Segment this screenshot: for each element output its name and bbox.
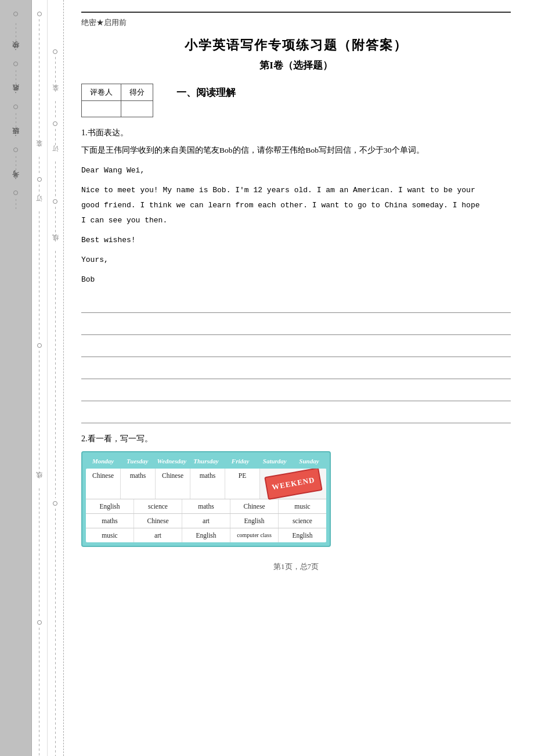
cell-r1-tue: maths [121, 469, 156, 499]
weekend-cell: WEEKEND [260, 469, 326, 499]
score-table-cell-1 [82, 101, 121, 117]
dash [16, 23, 16, 25]
cell-r4-tue: art [134, 528, 182, 542]
schedule-header-row: Monday Tuesday Wednesday Thursday Friday… [86, 456, 326, 466]
write-line-4 [81, 361, 511, 379]
circle-outer-1 [37, 12, 42, 16]
dashed-inner-5 [55, 207, 56, 242]
circle-decoration-2 [13, 62, 18, 66]
dashed-inner-4 [55, 161, 56, 196]
cell-r4-fri: English [279, 528, 326, 542]
dashed-line-7 [39, 628, 39, 756]
left-label-school: 学校： [11, 47, 21, 54]
page-wrapper: 学校： 姓名： 班级： [0, 0, 534, 756]
left-label-student-id: 考号： [11, 176, 21, 183]
cell-r3-tue: Chinese [134, 514, 182, 528]
header-tuesday: Tuesday [120, 456, 154, 466]
dashed-line-4 [39, 211, 39, 340]
cell-r2-tue: science [134, 499, 182, 513]
cell-r2-mon: English [86, 499, 134, 513]
q1-desc: 下面是王伟同学收到的来自美国的笔友Bob的信，请你帮王伟给Bob写封回信，不少于… [81, 144, 511, 157]
left-gray-area: 学校： 姓名： 班级： [0, 0, 32, 756]
schedule-row-1: Chinese maths Chinese maths PE WEEKEND [86, 469, 326, 499]
cell-r2-fri: music [279, 499, 326, 513]
cell-r3-wed: art [182, 514, 230, 528]
write-line-1 [81, 294, 511, 313]
cell-r4-thu: computer class [230, 528, 279, 542]
schedule-row-4: music art English computer class English [86, 528, 326, 542]
write-line-2 [81, 316, 511, 335]
cell-r3-mon: maths [86, 514, 134, 528]
cell-r4-mon: music [86, 528, 134, 542]
circle-outer-4 [37, 620, 42, 625]
header-friday: Friday [223, 456, 258, 466]
dashed-inner-3 [55, 129, 56, 152]
weekend-stamp: WEEKEND [264, 469, 322, 500]
letter-body: Nice to meet you! My name is Bob. I'm 12… [81, 183, 511, 228]
schedule-body: Chinese maths Chinese maths PE WEEKEND E… [86, 469, 326, 542]
q1-label: 1.书面表达。 [81, 128, 511, 138]
dashed-line-6 [39, 488, 39, 617]
header-wednesday: Wednesday [154, 456, 189, 466]
circle-outer-2 [37, 177, 42, 182]
letter-salutation: Dear Wang Wei, [81, 163, 511, 178]
cell-r1-mon: Chinese [86, 469, 121, 499]
circle-decoration-5 [13, 190, 18, 195]
cell-r3-thu: English [230, 514, 279, 528]
dash [16, 35, 16, 37]
cell-r3-fri: science [279, 514, 326, 528]
header-monday: Monday [86, 456, 120, 466]
cell-r1-thu: maths [190, 469, 225, 499]
schedule-row-2: English science maths Chinese music [86, 499, 326, 514]
dash [16, 39, 16, 41]
dashed-inner-7 [55, 509, 56, 756]
dashed-inner-2 [55, 101, 56, 118]
header-thursday: Thursday [189, 456, 223, 466]
dashed-inner-6 [55, 251, 56, 498]
write-lines-area [81, 294, 511, 423]
header-sunday: Sunday [292, 456, 326, 466]
score-table-cell-2 [121, 101, 153, 117]
header-saturday: Saturday [258, 456, 292, 466]
circle-outer-3 [37, 343, 42, 348]
score-table-header-2: 得分 [121, 84, 153, 101]
main-content: 绝密★启用前 小学英语写作专项练习题（附答案） 第I卷（选择题） 评卷人 得分 … [64, 0, 534, 756]
section1-title: 一、阅读理解 [176, 86, 236, 99]
dashed-line-2 [39, 157, 39, 174]
page-footer: 第1页，总7页 [81, 561, 511, 572]
dashed-line-1 [39, 19, 39, 147]
main-title: 小学英语写作专项练习题（附答案） [81, 37, 511, 54]
dash [16, 27, 16, 29]
letter-wishes: Best wishes! [81, 233, 511, 248]
left-label-name: 姓名： [11, 90, 21, 97]
letter-signature: Bob [81, 272, 511, 287]
schedule-container: Monday Tuesday Wednesday Thursday Friday… [81, 451, 331, 547]
dashed-inner-1 [55, 57, 56, 92]
q2-label: 2.看一看，写一写。 [81, 434, 511, 444]
write-line-3 [81, 339, 511, 357]
circle-decoration-3 [13, 105, 18, 109]
left-label-class: 班级： [11, 133, 21, 140]
inner-margin-area: 装 订 线 装 订 [32, 0, 64, 756]
write-line-5 [81, 383, 511, 401]
circle-inner-4 [53, 501, 57, 506]
letter-yours: Yours, [81, 253, 511, 268]
circle-inner-1 [53, 49, 57, 54]
schedule-row-3: maths Chinese art English science [86, 514, 326, 528]
cell-r1-fri: PE [225, 469, 260, 499]
cell-r2-wed: maths [182, 499, 230, 513]
score-table-header-1: 评卷人 [82, 84, 121, 101]
cell-r4-wed: English [182, 528, 230, 542]
dash [16, 31, 16, 33]
sub-title: 第I卷（选择题） [81, 59, 511, 72]
secret-label: 绝密★启用前 [81, 17, 511, 28]
score-table-row: 评卷人 得分 一、阅读理解 [81, 84, 511, 117]
circle-inner-3 [53, 199, 57, 204]
top-line [81, 12, 511, 13]
dashed-line-3 [39, 185, 39, 202]
score-table: 评卷人 得分 [81, 84, 153, 117]
cell-r2-thu: Chinese [230, 499, 279, 513]
circle-decoration-1 [13, 12, 18, 16]
dashed-line-5 [39, 351, 39, 479]
circle-decoration-4 [13, 147, 18, 152]
